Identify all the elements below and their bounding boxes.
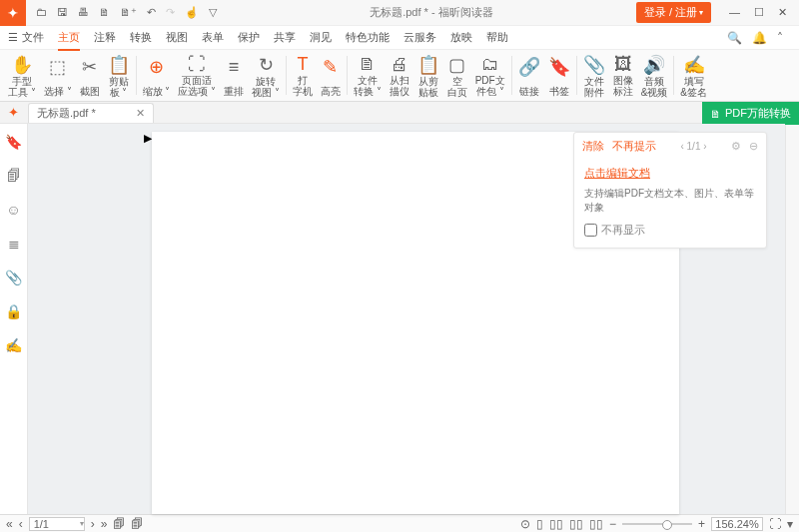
zoom-in-icon[interactable]: + xyxy=(698,517,705,531)
sidebar-expander-icon[interactable]: ▶ xyxy=(144,132,152,514)
touch-icon[interactable]: ☝ xyxy=(185,6,199,19)
signatures-icon[interactable]: ✍ xyxy=(5,337,22,353)
ribbon-label: 手型 工具 ˅ xyxy=(8,76,36,98)
vertical-scrollbar[interactable] xyxy=(785,124,799,514)
hint-checkbox-input[interactable] xyxy=(584,224,597,237)
ribbon-icon: ✋ xyxy=(11,54,33,76)
hint-no-more[interactable]: 不再提示 xyxy=(612,139,656,154)
close-icon[interactable]: ✕ xyxy=(778,6,787,19)
continuous-icon[interactable]: ▯▯ xyxy=(549,517,563,531)
ribbon-选择[interactable]: ⬚选择 ˅ xyxy=(40,52,76,99)
hint-checkbox[interactable]: 不再显示 xyxy=(584,223,756,238)
ribbon-icon: ≡ xyxy=(229,54,240,80)
chevron-down-icon: ▾ xyxy=(699,8,703,17)
layers-icon[interactable]: ≣ xyxy=(8,236,20,252)
tab-feature[interactable]: 特色功能 xyxy=(346,30,390,45)
ribbon-填写&签名[interactable]: ✍填写 &签名 xyxy=(676,52,711,99)
pdf-convert-badge[interactable]: 🗎 PDF万能转换 xyxy=(702,102,799,125)
ribbon-图像标注[interactable]: 🖼图像 标注 xyxy=(609,52,637,99)
ribbon-icon: 🖨 xyxy=(391,54,408,75)
hint-settings-icon[interactable]: ⚙ xyxy=(731,140,741,153)
zoom-field[interactable]: 156.24% xyxy=(711,517,763,531)
ribbon-文件附件[interactable]: 📎文件 附件 xyxy=(579,52,609,99)
attachments-icon[interactable]: 📎 xyxy=(5,269,22,285)
next-page-icon[interactable]: › xyxy=(91,517,95,531)
tab-convert[interactable]: 转换 xyxy=(130,30,152,45)
document-viewport[interactable]: ▶ 清除 不再提示 ‹ 1/1 › ⚙ ⊖ 点击编辑文档 支持编辑PDF文档文本… xyxy=(28,124,785,514)
collapse-ribbon-icon[interactable]: ˄ xyxy=(777,31,783,45)
hint-close-icon[interactable]: ⊖ xyxy=(749,140,758,153)
ribbon-icon: 📎 xyxy=(583,54,605,76)
tab-protect[interactable]: 保护 xyxy=(238,30,260,45)
pages-icon[interactable]: 🗐 xyxy=(7,168,21,184)
ribbon-label: PDF文 件包 ˅ xyxy=(475,75,505,97)
last-page-icon[interactable]: » xyxy=(101,517,108,531)
ribbon-打字机[interactable]: T打 字机 xyxy=(289,52,317,99)
redo-icon[interactable]: ↷ xyxy=(166,6,175,19)
login-button[interactable]: 登录 / 注册▾ xyxy=(636,2,711,23)
ribbon-手型工具[interactable]: ✋手型 工具 ˅ xyxy=(4,52,40,99)
single-page-icon[interactable]: ▯ xyxy=(536,517,543,531)
save-icon[interactable]: 🖫 xyxy=(57,6,68,19)
first-page-icon[interactable]: « xyxy=(6,517,13,531)
ribbon-旋转视图[interactable]: ↻旋转 视图 ˅ xyxy=(248,52,284,99)
search-icon[interactable]: 🔍 xyxy=(727,31,742,45)
ribbon-重排[interactable]: ≡重排 xyxy=(220,52,248,99)
ribbon-空白页[interactable]: ▢空 白页 xyxy=(443,52,471,99)
ribbon-label: 页面适 应选项 ˅ xyxy=(178,75,216,97)
print-icon[interactable]: 🖶 xyxy=(78,6,89,19)
tab-view[interactable]: 视图 xyxy=(166,30,188,45)
security-icon[interactable]: 🔒 xyxy=(5,303,22,319)
bookmark-icon[interactable]: 🔖 xyxy=(5,134,22,150)
ribbon-PDF文件包[interactable]: 🗂PDF文 件包 ˅ xyxy=(471,52,509,99)
ribbon-icon: ⬚ xyxy=(49,54,66,80)
comments-icon[interactable]: ☺ xyxy=(6,202,20,218)
ribbon-链接[interactable]: 🔗链接 xyxy=(514,52,544,99)
ribbon-高亮[interactable]: ✎高亮 xyxy=(317,52,345,99)
ribbon-icon: T xyxy=(297,54,308,75)
minimize-icon[interactable]: — xyxy=(729,6,740,19)
facing-icon[interactable]: ▯▯ xyxy=(569,517,583,531)
page-add-icon[interactable]: 🗎⁺ xyxy=(120,6,137,19)
ribbon-页面适应选项[interactable]: ⛶页面适 应选项 ˅ xyxy=(174,52,220,99)
ribbon-书签[interactable]: 🔖书签 xyxy=(544,52,574,99)
zoom-slider[interactable] xyxy=(622,523,692,525)
tab-share[interactable]: 共享 xyxy=(274,30,296,45)
qat-dropdown-icon[interactable]: ▽ xyxy=(209,6,217,19)
tab-close-icon[interactable]: ✕ xyxy=(136,107,145,120)
ribbon-从剪贴板[interactable]: 📋从剪 贴板 xyxy=(413,52,443,99)
ribbon-剪贴板[interactable]: 📋剪贴 板 ˅ xyxy=(104,52,134,99)
maximize-icon[interactable]: ☐ xyxy=(754,6,764,19)
document-tab-title: 无标题.pdf * xyxy=(37,106,96,121)
ribbon-截图[interactable]: ✂截图 xyxy=(76,52,104,99)
page-icon[interactable]: 🗎 xyxy=(99,6,110,19)
notify-icon[interactable]: 🔔 xyxy=(752,31,767,45)
page-number-field[interactable]: 1/1▾ xyxy=(29,517,85,531)
ribbon-文件转换[interactable]: 🗎文件 转换 ˅ xyxy=(350,52,386,99)
hint-edit-link[interactable]: 点击编辑文档 xyxy=(584,166,756,181)
history-back-icon[interactable]: 🗐 xyxy=(113,517,125,531)
cont-facing-icon[interactable]: ▯▯ xyxy=(589,517,603,531)
tab-present[interactable]: 放映 xyxy=(450,30,472,45)
prev-page-icon[interactable]: ‹ xyxy=(19,517,23,531)
read-mode-icon[interactable]: ⊙ xyxy=(520,517,530,531)
open-icon[interactable]: 🗀 xyxy=(36,6,47,19)
ribbon-缩放[interactable]: ⊕缩放 ˅ xyxy=(139,52,175,99)
new-tab-icon[interactable]: ✦ xyxy=(8,105,19,120)
tab-insight[interactable]: 洞见 xyxy=(310,30,332,45)
tab-help[interactable]: 帮助 xyxy=(486,30,508,45)
ribbon-从扫描仪[interactable]: 🖨从扫 描仪 xyxy=(386,52,413,99)
zoom-out-icon[interactable]: − xyxy=(609,517,616,531)
tab-cloud[interactable]: 云服务 xyxy=(403,30,436,45)
tab-form[interactable]: 表单 xyxy=(202,30,224,45)
file-menu[interactable]: ☰ 文件 xyxy=(8,30,44,45)
history-fwd-icon[interactable]: 🗐 xyxy=(131,517,143,531)
status-dropdown-icon[interactable]: ▾ xyxy=(787,517,793,531)
fit-page-icon[interactable]: ⛶ xyxy=(769,517,781,531)
document-tab[interactable]: 无标题.pdf * ✕ xyxy=(28,103,154,123)
ribbon-音频&视频[interactable]: 🔊音频 &视频 xyxy=(637,52,672,99)
hint-clear[interactable]: 清除 xyxy=(582,139,604,154)
undo-icon[interactable]: ↶ xyxy=(147,6,156,19)
tab-home[interactable]: 主页 xyxy=(58,30,80,51)
tab-annotate[interactable]: 注释 xyxy=(94,30,116,45)
